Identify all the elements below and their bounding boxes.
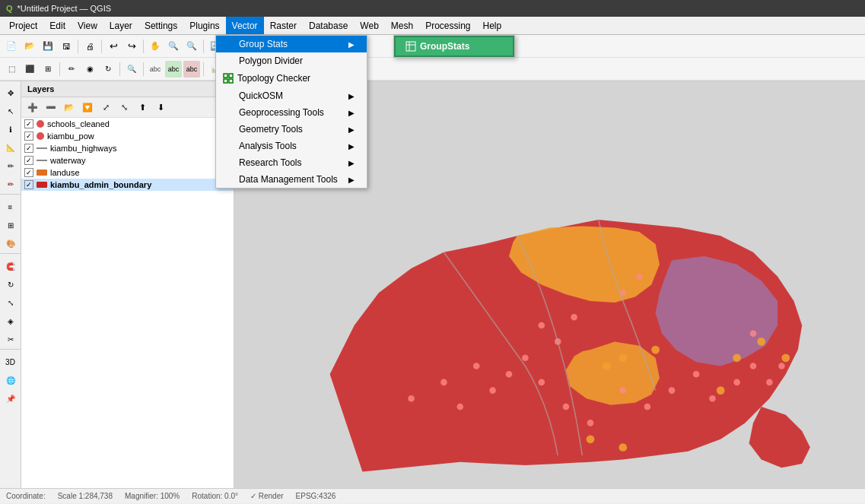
save-button[interactable]: 💾: [40, 38, 56, 55]
digitize-button[interactable]: ✏: [63, 61, 80, 78]
layer-type-icon: [37, 147, 47, 149]
label3-btn[interactable]: abc: [183, 61, 200, 78]
vector-menu-item-quickosm[interactable]: QuickOSM▶: [216, 87, 367, 104]
label-btn[interactable]: abc: [147, 61, 164, 78]
style-tool[interactable]: 🎨: [2, 235, 19, 252]
sep9: [59, 62, 60, 76]
menu-item-view[interactable]: View: [72, 17, 103, 34]
layer-checkbox[interactable]: ✓: [24, 180, 33, 189]
move-up-btn[interactable]: ⬆: [134, 99, 151, 116]
redo-button[interactable]: ↪: [123, 38, 140, 55]
layers-list: ✓schools_cleaned✓kiambu_pow✓kiambu_highw…: [21, 118, 234, 191]
toolbar-row-2: ⬚ ⬛ ⊞ ✏ ◉ ↻ 🔍 abc abc abc 📊: [0, 58, 865, 81]
menu-item-database[interactable]: Database: [303, 17, 354, 34]
layer-tool[interactable]: ≡: [2, 198, 19, 215]
pin-tool[interactable]: 📌: [2, 390, 19, 407]
select2-button[interactable]: ⬛: [21, 61, 38, 78]
digitize-tool[interactable]: ✏: [2, 176, 19, 192]
layer-type-icon: [37, 170, 47, 176]
vector-menu-item-analysis-tools[interactable]: Analysis Tools▶: [216, 138, 367, 154]
menu-item-web[interactable]: Web: [354, 17, 384, 34]
svg-point-20: [669, 387, 676, 394]
menu-item-mesh[interactable]: Mesh: [385, 17, 419, 34]
layer-item[interactable]: ✓waterway: [21, 154, 234, 166]
menu-item-help[interactable]: Help: [477, 17, 508, 34]
measure-tool[interactable]: 📐: [2, 139, 19, 156]
select3-button[interactable]: ⊞: [40, 61, 56, 78]
select-button[interactable]: ⬚: [3, 61, 20, 78]
pan-tool[interactable]: ✥: [2, 84, 19, 101]
vector-menu-item-geometry-tools[interactable]: Geometry Tools▶: [216, 121, 367, 138]
vector-menu-item-polygon-divider[interactable]: Polygon Divider: [216, 52, 367, 69]
split-tool[interactable]: ✂: [2, 331, 19, 347]
submenu-item-label: GroupStats: [420, 41, 469, 52]
layer-item[interactable]: ✓landuse: [21, 166, 234, 179]
3d-tool[interactable]: 3D: [2, 353, 19, 370]
dropdown-item-label: Geoprocessing Tools: [239, 107, 324, 118]
svg-point-9: [506, 371, 513, 378]
layer-item[interactable]: ✓kiambu_admin_boundary: [21, 179, 234, 191]
vector-menu-dropdown[interactable]: Group Stats▶Polygon DividerTopology Chec…: [215, 35, 367, 189]
magnifier-label: Magnifier: 100%: [125, 492, 180, 500]
filter-btn[interactable]: 🔽: [79, 99, 96, 116]
rotate-tool[interactable]: ↻: [2, 276, 19, 293]
globe-tool[interactable]: 🌐: [2, 372, 19, 388]
add-layer-btn[interactable]: ➕: [24, 99, 41, 116]
annotation-tool[interactable]: ✏: [2, 157, 19, 174]
new-button[interactable]: 📄: [3, 38, 20, 55]
svg-point-24: [750, 363, 757, 369]
feature-tool[interactable]: ⊞: [2, 217, 19, 233]
expand-btn[interactable]: ⤢: [97, 99, 114, 116]
menu-item-layer[interactable]: Layer: [103, 17, 138, 34]
groupstats-submenu[interactable]: GroupStats: [393, 35, 515, 58]
collapse-btn[interactable]: ⤡: [116, 99, 132, 116]
svg-point-16: [457, 404, 464, 410]
search-btn[interactable]: 🔍: [123, 61, 140, 78]
main-area: ✥ ↖ ℹ 📐 ✏ ✏ ≡ ⊞ 🎨 🧲 ↻ ⤡ ◈ ✂ 3D 🌐 📌 Layer…: [0, 81, 865, 488]
layer-item[interactable]: ✓schools_cleaned: [21, 118, 234, 130]
menu-item-project[interactable]: Project: [3, 17, 43, 34]
submenu-item-groupstats[interactable]: GroupStats: [394, 36, 514, 57]
menu-item-plugins[interactable]: Plugins: [183, 17, 225, 34]
vector-menu-item-data-management-tools[interactable]: Data Management Tools▶: [216, 171, 367, 188]
layer-checkbox[interactable]: ✓: [24, 144, 33, 153]
scale-tool[interactable]: ⤡: [2, 294, 19, 311]
menu-item-edit[interactable]: Edit: [43, 17, 72, 34]
menu-item-vector[interactable]: Vector: [226, 17, 264, 34]
undo-button[interactable]: ↩: [105, 38, 122, 55]
print-button[interactable]: 🖨: [81, 38, 98, 55]
layer-checkbox[interactable]: ✓: [24, 168, 33, 177]
label2-btn[interactable]: abc: [165, 61, 182, 78]
svg-rect-40: [224, 74, 227, 78]
layer-checkbox[interactable]: ✓: [24, 132, 33, 141]
sep11: [143, 62, 144, 76]
snap-tool[interactable]: 🧲: [2, 258, 19, 274]
geom-tool[interactable]: ◈: [2, 312, 19, 329]
node-button[interactable]: ◉: [81, 61, 98, 78]
svg-point-34: [619, 443, 627, 452]
open-button[interactable]: 📂: [21, 38, 38, 55]
rotate-button[interactable]: ↻: [100, 61, 116, 78]
zoom-out-button[interactable]: 🔍: [183, 38, 200, 55]
layer-checkbox[interactable]: ✓: [24, 119, 33, 128]
menu-item-processing[interactable]: Processing: [419, 17, 476, 34]
vector-menu-item-topology-checker[interactable]: Topology Checker: [216, 69, 367, 87]
vector-menu-item-group-stats[interactable]: Group Stats▶: [216, 36, 367, 52]
vector-menu-item-geoprocessing-tools[interactable]: Geoprocessing Tools▶: [216, 104, 367, 121]
vector-menu-item-research-tools[interactable]: Research Tools▶: [216, 154, 367, 171]
layer-checkbox[interactable]: ✓: [24, 156, 33, 165]
menu-item-raster[interactable]: Raster: [264, 17, 303, 34]
saveas-button[interactable]: 🖫: [58, 38, 75, 55]
layer-item[interactable]: ✓kiambu_highways: [21, 142, 234, 154]
info-tool[interactable]: ℹ: [2, 121, 19, 138]
pan-button[interactable]: ✋: [147, 38, 164, 55]
scale-value: 284,738: [85, 492, 113, 500]
open-layer-btn[interactable]: 📂: [61, 99, 78, 116]
zoom-in-button[interactable]: 🔍: [165, 38, 182, 55]
layer-item[interactable]: ✓kiambu_pow: [21, 130, 234, 142]
svg-point-31: [619, 353, 627, 362]
remove-layer-btn[interactable]: ➖: [43, 99, 59, 116]
menu-item-settings[interactable]: Settings: [138, 17, 183, 34]
select-tool[interactable]: ↖: [2, 103, 19, 119]
move-down-btn[interactable]: ⬇: [152, 99, 169, 116]
